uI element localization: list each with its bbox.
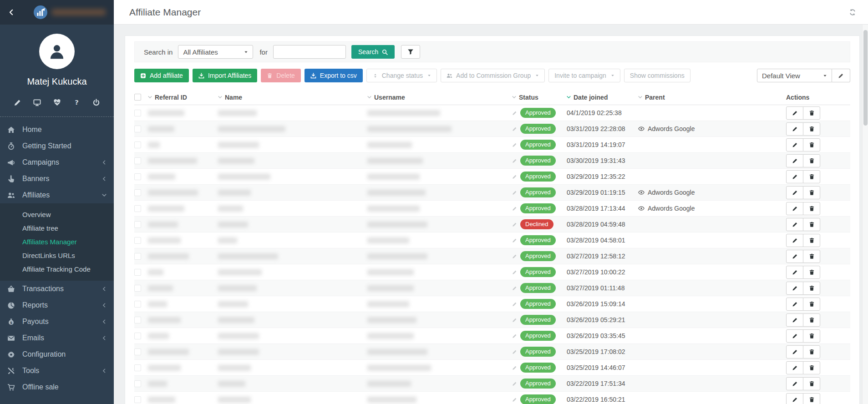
delete-row-button[interactable] bbox=[803, 361, 820, 374]
edit-row-button[interactable] bbox=[786, 122, 803, 136]
sidebar-item-transactions[interactable]: Transactions bbox=[0, 281, 114, 297]
delete-row-button[interactable] bbox=[803, 329, 820, 343]
edit-row-button[interactable] bbox=[786, 170, 803, 183]
sidebar-item-getting-started[interactable]: Getting Started bbox=[0, 138, 114, 154]
row-checkbox[interactable] bbox=[134, 333, 141, 339]
delete-row-button[interactable] bbox=[803, 170, 820, 183]
delete-row-button[interactable] bbox=[803, 186, 820, 199]
search-button[interactable]: Search bbox=[351, 45, 395, 59]
edit-row-button[interactable] bbox=[786, 138, 803, 152]
edit-row-button[interactable] bbox=[786, 377, 803, 390]
heartbeat-icon[interactable] bbox=[53, 99, 61, 106]
edit-row-button[interactable] bbox=[786, 186, 803, 199]
edit-view-button[interactable] bbox=[832, 69, 850, 82]
edit-row-button[interactable] bbox=[786, 106, 803, 120]
edit-row-button[interactable] bbox=[786, 282, 803, 295]
add-affiliate-button[interactable]: Add affiliate bbox=[134, 69, 189, 82]
sidebar-item-offline-sale[interactable]: Offline sale bbox=[0, 379, 114, 395]
import-affiliates-button[interactable]: Import Affiliates bbox=[193, 69, 257, 82]
column-header-name[interactable]: Name bbox=[218, 94, 367, 101]
delete-row-button[interactable] bbox=[803, 202, 820, 215]
view-select[interactable]: Default View bbox=[757, 69, 832, 82]
row-checkbox[interactable] bbox=[134, 237, 141, 244]
refresh-icon[interactable] bbox=[849, 9, 856, 16]
row-checkbox[interactable] bbox=[134, 348, 141, 355]
row-checkbox[interactable] bbox=[134, 173, 141, 180]
row-checkbox[interactable] bbox=[134, 157, 141, 164]
edit-row-button[interactable] bbox=[786, 266, 803, 279]
sidebar-item-payouts[interactable]: $Payouts bbox=[0, 313, 114, 330]
select-all-checkbox[interactable] bbox=[134, 94, 141, 101]
pencil-icon[interactable] bbox=[14, 99, 21, 106]
row-checkbox[interactable] bbox=[134, 205, 141, 212]
row-checkbox[interactable] bbox=[134, 269, 141, 276]
row-checkbox[interactable] bbox=[134, 396, 141, 403]
delete-row-button[interactable] bbox=[803, 266, 820, 279]
filter-button[interactable] bbox=[401, 45, 420, 59]
edit-row-button[interactable] bbox=[786, 329, 803, 343]
edit-row-button[interactable] bbox=[786, 202, 803, 215]
row-checkbox[interactable] bbox=[134, 317, 141, 323]
export-to-csv-button[interactable]: Export to csv bbox=[305, 69, 363, 82]
row-checkbox[interactable] bbox=[134, 285, 141, 292]
sidebar-subitem-affiliate-tree[interactable]: Affiliate tree bbox=[0, 222, 114, 235]
avatar[interactable] bbox=[39, 34, 75, 69]
edit-row-button[interactable] bbox=[786, 250, 803, 263]
scrollbar[interactable] bbox=[862, 25, 868, 404]
delete-row-button[interactable] bbox=[803, 345, 820, 359]
row-checkbox[interactable] bbox=[134, 253, 141, 260]
sidebar-subitem-affiliates-manager[interactable]: Affiliates Manager bbox=[0, 235, 114, 249]
question-icon[interactable]: ? bbox=[73, 99, 81, 106]
edit-row-button[interactable] bbox=[786, 313, 803, 327]
row-checkbox[interactable] bbox=[134, 141, 141, 148]
sidebar-subitem-overview[interactable]: Overview bbox=[0, 208, 114, 222]
column-header-username[interactable]: Username bbox=[367, 94, 512, 101]
delete-row-button[interactable] bbox=[803, 377, 820, 390]
sidebar-subitem-directlinks-urls[interactable]: DirectLinks URLs bbox=[0, 249, 114, 263]
delete-row-button[interactable] bbox=[803, 393, 820, 404]
sidebar-item-campaigns[interactable]: Campaigns bbox=[0, 154, 114, 171]
column-header-referral-id[interactable]: Referral ID bbox=[148, 94, 218, 101]
row-checkbox[interactable] bbox=[134, 364, 141, 371]
search-input[interactable] bbox=[273, 45, 346, 59]
row-checkbox[interactable] bbox=[134, 126, 141, 132]
sidebar-item-banners[interactable]: Banners bbox=[0, 171, 114, 187]
edit-row-button[interactable] bbox=[786, 298, 803, 311]
column-header-status[interactable]: Status bbox=[512, 94, 567, 101]
edit-row-button[interactable] bbox=[786, 218, 803, 231]
edit-row-button[interactable] bbox=[786, 393, 803, 404]
delete-row-button[interactable] bbox=[803, 106, 820, 120]
row-checkbox[interactable] bbox=[134, 189, 141, 196]
edit-row-button[interactable] bbox=[786, 361, 803, 374]
delete-row-button[interactable] bbox=[803, 218, 820, 231]
row-checkbox[interactable] bbox=[134, 301, 141, 308]
edit-row-button[interactable] bbox=[786, 154, 803, 167]
sidebar-item-emails[interactable]: Emails bbox=[0, 330, 114, 346]
sidebar-item-affiliates[interactable]: Affiliates bbox=[0, 187, 114, 203]
delete-row-button[interactable] bbox=[803, 122, 820, 136]
row-checkbox[interactable] bbox=[134, 110, 141, 116]
delete-row-button[interactable] bbox=[803, 138, 820, 152]
back-icon[interactable] bbox=[8, 8, 15, 17]
row-checkbox[interactable] bbox=[134, 221, 141, 228]
row-checkbox[interactable] bbox=[134, 380, 141, 387]
edit-row-button[interactable] bbox=[786, 234, 803, 247]
delete-row-button[interactable] bbox=[803, 298, 820, 311]
sidebar-item-configuration[interactable]: Configuration bbox=[0, 346, 114, 363]
delete-row-button[interactable] bbox=[803, 282, 820, 295]
edit-row-button[interactable] bbox=[786, 345, 803, 359]
sidebar-item-reports[interactable]: Reports bbox=[0, 297, 114, 313]
delete-row-button[interactable] bbox=[803, 250, 820, 263]
delete-row-button[interactable] bbox=[803, 234, 820, 247]
column-header-parent[interactable]: Parent bbox=[638, 94, 786, 101]
search-scope-select[interactable]: All Affiliates bbox=[178, 45, 253, 59]
sidebar-item-home[interactable]: Home bbox=[0, 121, 114, 138]
column-header-date-joined[interactable]: Date joined bbox=[567, 94, 638, 101]
scrollbar-thumb[interactable] bbox=[863, 30, 868, 126]
delete-row-button[interactable] bbox=[803, 154, 820, 167]
delete-row-button[interactable] bbox=[803, 313, 820, 327]
sidebar-item-tools[interactable]: Tools bbox=[0, 363, 114, 379]
sidebar-subitem-affiliate-tracking-code[interactable]: Affiliate Tracking Code bbox=[0, 263, 114, 276]
monitor-icon[interactable] bbox=[33, 99, 41, 106]
power-icon[interactable] bbox=[92, 99, 100, 106]
